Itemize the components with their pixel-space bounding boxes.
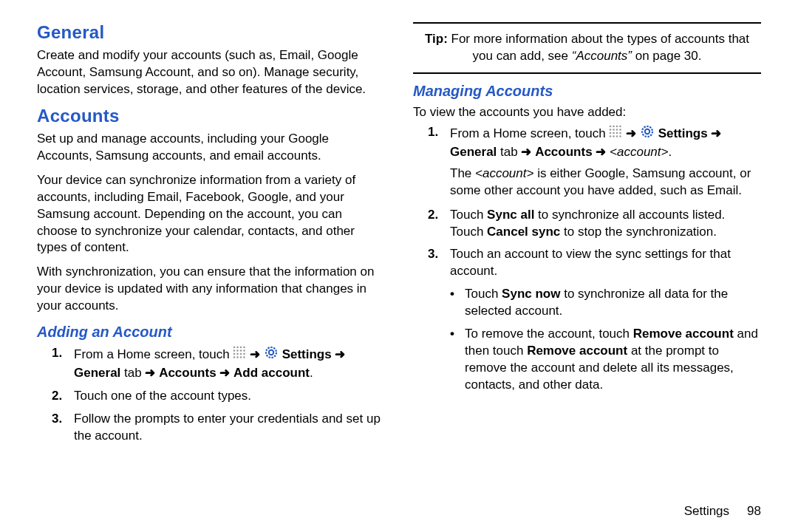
apps-grid-icon [609,125,622,143]
svg-point-1 [237,347,239,349]
m-step-1-followup: The <account> is either Google, Samsung … [450,166,761,200]
arrow-icon: ➜ [521,145,531,159]
svg-point-28 [616,132,618,134]
svg-point-15 [244,356,246,358]
svg-point-2 [240,347,242,349]
paragraph-accounts-2: Your device can synchronize information … [37,172,385,257]
svg-point-5 [237,349,239,352]
paragraph-general: Create and modify your accounts (such as… [37,47,385,98]
heading-managing-accounts: Managing Accounts [413,83,761,100]
arrow-icon: ➜ [250,347,260,361]
arrow-icon: ➜ [145,366,155,380]
arrow-icon: ➜ [335,347,345,361]
svg-point-18 [610,126,612,128]
svg-point-7 [244,349,246,352]
m-step-3: 3. Touch an account to view the sync set… [413,246,761,280]
svg-point-30 [610,135,612,137]
arrow-icon: ➜ [219,366,230,380]
svg-point-34 [642,126,652,137]
step-2: 2.Touch one of the account types. [37,388,385,405]
page-footer: Settings98 [684,504,761,519]
svg-point-21 [620,126,622,128]
svg-point-24 [616,129,618,131]
footer-section-label: Settings [684,504,729,518]
managing-intro: To view the accounts you have added: [413,104,761,121]
svg-point-27 [613,132,615,134]
tip-box: Tip: For more information about the type… [413,22,761,74]
svg-point-19 [613,126,615,128]
svg-point-11 [244,353,246,355]
svg-point-13 [237,356,239,358]
arrow-icon: ➜ [596,145,606,159]
svg-point-20 [616,126,618,128]
heading-general: General [37,22,385,43]
svg-point-3 [244,347,246,349]
step-3: 3.Follow the prompts to enter your crede… [37,411,385,445]
managing-steps: 1. From a Home screen, touch ➜ Settings … [413,124,761,281]
m-step-1: 1. From a Home screen, touch ➜ Settings … [413,124,761,200]
apps-grid-icon [233,346,246,364]
step-1: 1. From a Home screen, touch ➜ Settings … [37,345,385,382]
managing-bullets: Touch Sync now to synchronize all data f… [413,286,761,394]
svg-point-0 [233,347,236,349]
right-column: Tip: For more information about the type… [413,22,761,517]
svg-point-12 [233,356,236,358]
svg-point-17 [269,350,273,355]
bullet-sync-now: Touch Sync now to synchronize all data f… [413,286,761,320]
gear-icon [264,345,279,365]
svg-point-33 [620,135,622,137]
svg-point-31 [613,135,615,137]
heading-accounts: Accounts [37,106,385,126]
paragraph-accounts-1: Set up and manage accounts, including yo… [37,131,385,165]
adding-account-steps: 1. From a Home screen, touch ➜ Settings … [37,345,385,445]
svg-point-4 [233,349,236,352]
arrow-icon: ➜ [711,126,721,140]
footer-page-number: 98 [747,504,761,518]
m-step-2: 2. Touch Sync all to synchronize all acc… [413,207,761,241]
svg-point-9 [237,353,239,355]
svg-point-26 [610,132,612,134]
left-column: General Create and modify your accounts … [37,22,385,517]
svg-point-22 [610,129,612,131]
bullet-remove-account: To remove the account, touch Remove acco… [413,326,761,394]
svg-point-16 [266,347,276,358]
svg-point-32 [616,135,618,137]
svg-point-6 [240,349,242,352]
m-step-1-line: From a Home screen, touch ➜ Settings ➜ G… [450,126,721,159]
gear-icon [640,124,655,144]
svg-point-25 [620,129,622,131]
paragraph-accounts-3: With synchronization, you can ensure tha… [37,264,385,315]
svg-point-14 [240,356,242,358]
svg-point-23 [613,129,615,131]
step-1-text: From a Home screen, touch ➜ Settings ➜ G… [74,347,345,380]
svg-point-8 [233,353,236,355]
svg-point-10 [240,353,242,355]
svg-point-35 [645,129,649,134]
svg-point-29 [620,132,622,134]
heading-adding-account: Adding an Account [37,324,385,341]
arrow-icon: ➜ [626,126,636,140]
